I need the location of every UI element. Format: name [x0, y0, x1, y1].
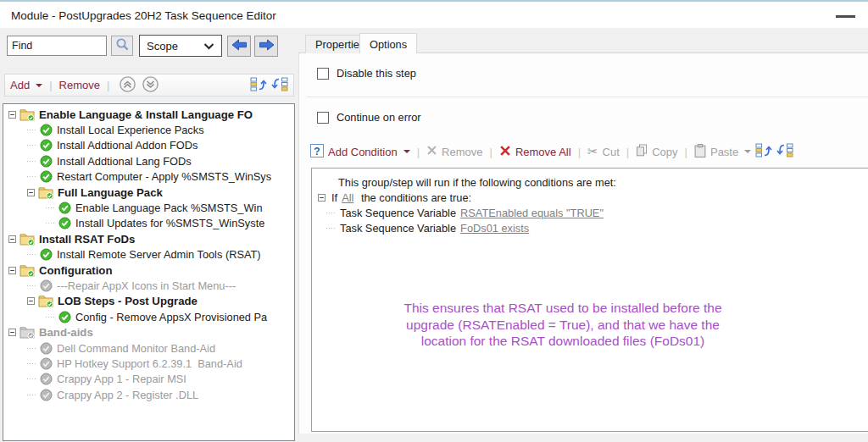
condition-if-row: If All the conditions are true: [312, 190, 868, 205]
tree-connector [27, 126, 37, 134]
tab-options[interactable]: Options [359, 33, 417, 53]
expander-icon[interactable] [8, 329, 16, 336]
continue-on-error-label: Continue on error [337, 111, 421, 124]
paste-condition-button[interactable]: Paste [694, 144, 751, 160]
help-icon: ? [310, 144, 324, 160]
x-red-icon [499, 145, 511, 159]
remove-button[interactable]: Remove [59, 79, 100, 91]
expander-icon[interactable] [27, 189, 35, 196]
tree-step-row[interactable]: Restart Computer - Apply %SMSTS_WinSys [3, 169, 294, 185]
tree-connector [27, 251, 37, 258]
divider [307, 97, 868, 97]
tree-connector [326, 209, 337, 217]
add-condition-button-label: Add Condition [328, 146, 398, 158]
expander-icon[interactable] [8, 267, 16, 274]
chevron-double-down-icon [142, 75, 159, 96]
tree-step-row[interactable]: Enable Language Pack %SMSTS_Win [3, 200, 294, 215]
add-condition-button[interactable]: ?Add Condition [310, 144, 410, 160]
clipboard-icon [694, 144, 706, 160]
tree-step-row[interactable]: Config - Remove AppsX Provisioned Pa [3, 309, 294, 324]
tree-step-row[interactable]: Crappy App 1 - Repair MSI [3, 372, 294, 387]
reorder-up-icon [755, 143, 772, 160]
tree-item-label: HP Hotkey Support 6.2.39.1 Band-Aid [57, 357, 242, 370]
check-icon [40, 373, 53, 385]
find-previous-button[interactable] [227, 36, 251, 57]
folder-icon [19, 264, 35, 277]
continue-on-error-checkbox[interactable] [317, 112, 329, 124]
annotation-line: location for the RSAT downloaded files (… [337, 333, 788, 350]
tree-item-label: LOB Steps - Post Upgrade [58, 295, 198, 307]
tree-item-label: Configuration [39, 264, 112, 277]
tree-group-row[interactable]: Full Language Pack [3, 185, 294, 200]
tree-group-row[interactable]: Enable Language & Install Language FO [3, 107, 294, 122]
check-icon [40, 342, 53, 355]
condition-type-label: Task Sequence Variable [340, 207, 456, 219]
chevron-down-icon [36, 84, 42, 87]
condition-row[interactable]: Task Sequence VariableRSATEnabled equals… [312, 205, 868, 220]
collapse-tree-button[interactable] [271, 77, 288, 94]
remove-all-conditions-button[interactable]: Remove All [499, 145, 571, 159]
tree-step-row[interactable]: Install Local Experience Packs [3, 122, 294, 137]
minimize-icon [836, 15, 855, 18]
annotation-text: This ensures that RSAT used to be instal… [337, 300, 788, 350]
disable-step-row: Disable this step [317, 67, 416, 80]
search-button[interactable] [111, 36, 133, 56]
find-next-button[interactable] [254, 36, 278, 57]
remove-condition-button-label: Remove [442, 146, 482, 158]
add-button[interactable]: Add [10, 79, 42, 91]
expander-icon[interactable] [318, 194, 326, 202]
condition-row[interactable]: Task Sequence VariableFoDs01 exists [312, 220, 868, 235]
if-all-link[interactable]: All [342, 191, 353, 204]
find-input[interactable] [7, 36, 107, 56]
chevron-down-icon [744, 150, 751, 153]
tree-connector [46, 204, 56, 212]
copy-condition-button[interactable]: Copy [636, 144, 677, 159]
tree-step-row[interactable]: Crappy App 2 - Register .DLL [3, 387, 294, 402]
tree-step-row[interactable]: ---Repair AppX Icons in Start Menu--- [3, 278, 294, 293]
move-down-button[interactable] [142, 75, 159, 96]
minimize-button[interactable] [834, 10, 858, 22]
tree-group-row[interactable]: Band-aids [3, 324, 294, 340]
check-icon [58, 311, 71, 323]
copy-icon [636, 144, 648, 159]
reorder-down-button[interactable] [776, 143, 793, 160]
tree-step-row[interactable]: Dell Command Monitor Band-Aid [3, 340, 294, 356]
tree-group-row[interactable]: Configuration [3, 262, 294, 278]
if-suffix: the conditions are true: [358, 191, 471, 204]
tree-connector [27, 173, 37, 180]
tree-step-row[interactable]: Install Remote Server Admin Tools (RSAT) [3, 247, 294, 262]
tree-connector [27, 391, 37, 399]
check-icon [40, 139, 53, 152]
disable-step-checkbox[interactable] [317, 68, 329, 80]
tree-item-label: Install RSAT FoDs [39, 233, 135, 246]
tree-group-row[interactable]: Install RSAT FoDs [3, 231, 294, 246]
condition-value-link[interactable]: RSATEnabled equals "TRUE" [460, 207, 604, 219]
scope-dropdown[interactable]: Scope [139, 35, 222, 57]
tree-step-row[interactable]: Install Updates for %SMSTS_WinSyste [3, 216, 294, 231]
toolbar-separator: | [489, 146, 492, 158]
arrow-left-icon [231, 39, 248, 54]
move-up-button[interactable] [119, 75, 136, 96]
annotation-line: upgrade (RSATEnabled = True), and that w… [337, 317, 788, 334]
tree-step-row[interactable]: Install Addtional Lang FODs [3, 153, 294, 169]
tree-connector [27, 157, 37, 165]
expander-icon[interactable] [27, 297, 35, 305]
folder-icon [38, 295, 53, 307]
cut-condition-button[interactable]: ✂Cut [587, 145, 620, 158]
reorder-up-button[interactable] [755, 143, 772, 160]
expand-tree-button[interactable] [250, 77, 267, 94]
title-bar: Module - PostUpgrades 20H2 Task Sequence… [0, 2, 868, 28]
tree-group-row[interactable]: LOB Steps - Post Upgrade [3, 294, 294, 309]
tree-item-label: Crappy App 1 - Repair MSI [57, 373, 186, 385]
folder-icon [19, 108, 35, 121]
remove-condition-button[interactable]: Remove [426, 145, 482, 158]
tree-step-row[interactable]: HP Hotkey Support 6.2.39.1 Band-Aid [3, 356, 294, 371]
tree-step-row[interactable]: Install Addtional Addon FODs [3, 138, 294, 153]
cut-condition-button-label: Cut [603, 146, 620, 158]
check-icon [40, 279, 53, 292]
reorder-down-icon [776, 143, 793, 160]
tree-item-label: Full Language Pack [58, 186, 163, 199]
expander-icon[interactable] [8, 111, 16, 119]
condition-value-link[interactable]: FoDs01 exists [460, 222, 529, 235]
expander-icon[interactable] [8, 235, 16, 243]
